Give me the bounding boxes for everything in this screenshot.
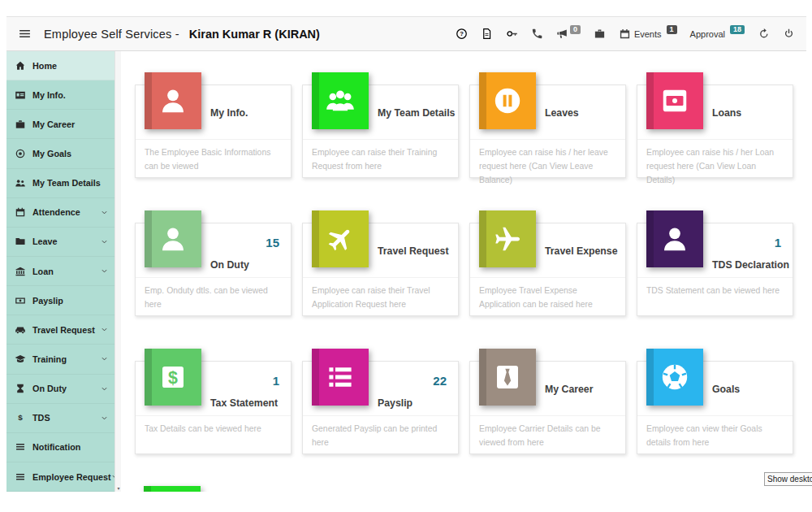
card-title: Goals [712, 384, 740, 395]
card-description: The Employee Basic Informations can be v… [136, 139, 291, 177]
sidebar-item-label: My Goals [32, 149, 71, 158]
hourglass-icon [15, 383, 26, 394]
sidebar-item-my-career[interactable]: My Career [6, 110, 114, 139]
card-description: Employee Travel Expense Application can … [470, 277, 625, 315]
card-title: My Career [545, 384, 593, 395]
target-icon [15, 148, 26, 159]
sidebar-item-my-team-details[interactable]: My Team Details [6, 169, 114, 198]
card-description: Employee can raise his / her Loan reques… [637, 139, 793, 177]
person-icon [646, 210, 703, 267]
card-travel-expense[interactable]: Travel Expense Employee Travel Expense A… [469, 223, 626, 316]
card-tax-statement[interactable]: $ 1 Tax Statement Tax Details can be vie… [135, 361, 292, 454]
refresh-icon[interactable] [758, 28, 770, 40]
moneysq-icon [646, 72, 703, 129]
person-icon [145, 72, 201, 129]
list-icon [15, 471, 26, 483]
help-icon[interactable]: ? [456, 28, 468, 40]
card-goals[interactable]: Goals Employee can view their Goals deta… [637, 361, 793, 454]
chevron-down-icon [101, 209, 108, 216]
show-desktop-tooltip[interactable]: Show desktop [764, 472, 812, 486]
dollarsq-icon: $ [145, 349, 201, 406]
sidebar-item-label: Training [32, 354, 67, 364]
card-title: On Duty [210, 259, 249, 271]
document-icon[interactable] [481, 28, 493, 40]
sidebar-item-home[interactable]: Home [6, 51, 114, 80]
tie-icon [479, 349, 536, 406]
sidebar-item-payslip[interactable]: Payslip [6, 286, 114, 315]
card-description: Emp. Onduty dtls. can be viewed here [136, 277, 291, 315]
card-description: Employee Carrier Details can be viewed f… [470, 415, 625, 453]
calendar-icon [15, 206, 26, 218]
sidebar-item-my-goals[interactable]: My Goals [6, 139, 114, 168]
calendar-icon [619, 28, 631, 40]
money-icon [15, 295, 26, 306]
chevron-down-icon [101, 238, 108, 245]
user-name: Kiran Kumar R (KIRAN) [189, 28, 320, 41]
card-description: Employee can view their Goals details fr… [637, 415, 793, 453]
card-tile-icon [144, 486, 201, 492]
card-loans[interactable]: Loans Employee can raise his / her Loan … [637, 85, 793, 178]
card-count: 1 [775, 236, 781, 249]
card-my-career[interactable]: My Career Employee Carrier Details can b… [469, 361, 626, 454]
sidebar-item-my-info[interactable]: My Info. [6, 80, 114, 110]
sidebar-item-label: Employee Request [32, 472, 111, 482]
events-count-badge: 1 [667, 25, 677, 34]
phone-icon[interactable] [531, 28, 543, 40]
sidebar-item-on-duty[interactable]: On Duty [6, 375, 114, 404]
card-title: Leaves [545, 107, 579, 119]
svg-text:?: ? [460, 30, 464, 37]
sidebar-menu: Home My Info. My Career My Goals My Team… [6, 51, 114, 492]
key-icon[interactable] [506, 28, 518, 40]
approval-label: Approval [690, 29, 725, 39]
card-on-duty[interactable]: 15 On Duty Emp. Onduty dtls. can be view… [135, 223, 292, 316]
chevron-down-icon [101, 385, 108, 393]
card-my-info[interactable]: My Info. The Employee Basic Informations… [135, 85, 292, 178]
card-description: Employee can raise their Training Reques… [303, 139, 458, 177]
sidebar-item-label: Attendence [32, 207, 80, 217]
card-grid: My Info. The Employee Basic Informations… [121, 51, 806, 492]
main-content: My Info. The Employee Basic Informations… [121, 51, 806, 492]
plane-icon [312, 210, 369, 267]
sidebar-item-label: Travel Request [32, 325, 95, 335]
briefcase-icon [15, 119, 26, 130]
events-button[interactable]: Events 1 [619, 28, 677, 40]
dollar-icon: $ [15, 412, 26, 423]
sidebar-item-label: TDS [32, 413, 50, 423]
pause-icon [479, 72, 536, 129]
sidebar-item-employee-request[interactable]: Employee Request [6, 462, 114, 492]
sidebar-item-attendence[interactable]: Attendence [6, 198, 114, 228]
sidebar-item-tds[interactable]: $ TDS [6, 404, 114, 433]
sidebar-item-travel-request[interactable]: Travel Request [6, 315, 114, 345]
chevron-down-icon [101, 326, 108, 333]
card-title: TDS Declaration [712, 259, 789, 271]
card-my-team-details[interactable]: My Team Details Employee can raise their… [302, 85, 459, 178]
menu-icon[interactable] [18, 27, 32, 41]
person-icon [145, 210, 201, 267]
sidebar-item-label: Leave [32, 236, 58, 246]
announcements-button[interactable]: 0 [556, 28, 581, 40]
svg-text:$: $ [168, 368, 178, 388]
chevron-down-icon [101, 355, 108, 362]
card-description: Generated Payslip can be printed here [303, 415, 458, 453]
approval-button[interactable]: Approval 18 [690, 29, 745, 39]
users3-icon [312, 72, 369, 129]
sidebar-item-loan[interactable]: Loan [6, 257, 114, 286]
home-icon [15, 60, 26, 72]
sidebar-item-training[interactable]: Training [6, 345, 114, 374]
card-title: Travel Request [378, 245, 448, 257]
power-icon[interactable] [783, 28, 795, 40]
briefcase-icon[interactable] [594, 28, 606, 40]
card-leaves[interactable]: Leaves Employee can raise his / her leav… [469, 85, 626, 178]
card-payslip[interactable]: 22 Payslip Generated Payslip can be prin… [302, 361, 459, 454]
chevron-down-icon [101, 267, 108, 275]
sidebar-item-leave[interactable]: Leave [6, 228, 114, 257]
card-tds-declaration[interactable]: 1 TDS Declaration TDS Statement can be v… [637, 223, 793, 316]
sidebar-item-notification[interactable]: Notification [6, 433, 114, 462]
sidebar-item-label: Loan [32, 267, 54, 276]
card-title: My Info. [210, 107, 248, 119]
card-description: Tax Details can be viewed here [136, 415, 291, 453]
megaphone-icon [556, 28, 568, 40]
approval-count-badge: 18 [730, 25, 745, 34]
car-icon [15, 324, 26, 336]
card-travel-request[interactable]: Travel Request Employee can raise their … [302, 223, 459, 316]
